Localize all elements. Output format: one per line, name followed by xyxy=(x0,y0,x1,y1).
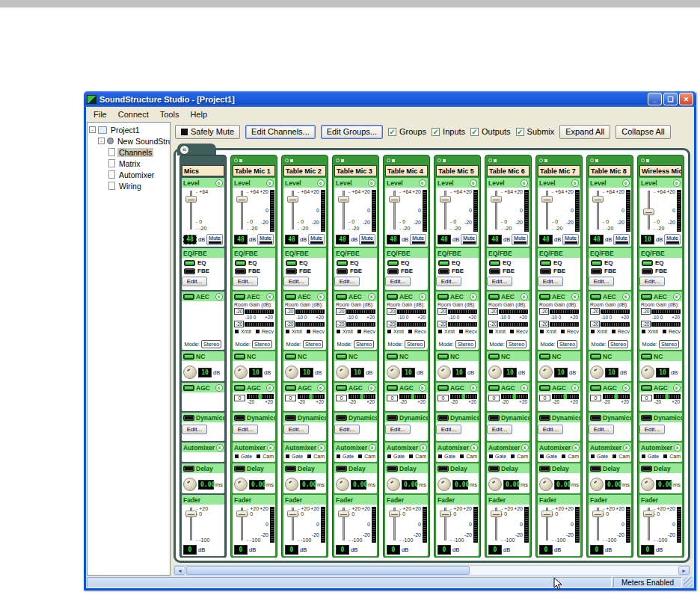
checkbox-checked-icon[interactable]: ✓ xyxy=(516,128,524,136)
aec-mode-select[interactable]: Stereo xyxy=(201,340,222,348)
nc-led-icon[interactable] xyxy=(183,354,194,360)
chevron-down-icon[interactable]: « xyxy=(622,293,630,300)
dynamics-led-icon[interactable] xyxy=(590,415,601,421)
tree-item-device[interactable]: - New SoundStructure xyxy=(89,135,170,147)
eq-led-icon[interactable] xyxy=(540,260,551,266)
aec-led-icon[interactable] xyxy=(539,294,550,300)
strip-header[interactable] xyxy=(639,155,682,164)
scroll-right-icon[interactable]: ► xyxy=(678,566,690,575)
mute-button[interactable]: Mute xyxy=(461,234,477,245)
collapse-group-icon[interactable]: « xyxy=(179,145,189,155)
delay-led-icon[interactable] xyxy=(539,466,550,472)
chevron-down-icon[interactable]: « xyxy=(470,179,477,187)
nc-knob[interactable] xyxy=(590,366,604,379)
fbe-toggle[interactable]: FBE xyxy=(283,266,326,274)
agc-led-icon[interactable] xyxy=(387,385,398,391)
fbe-toggle[interactable]: FBE xyxy=(639,266,682,274)
fbe-led-icon[interactable] xyxy=(489,268,500,274)
mute-button[interactable]: Mute xyxy=(410,234,426,245)
dynamics-edit-button[interactable]: Edit... xyxy=(538,425,563,434)
fbe-toggle[interactable]: FBE xyxy=(487,266,529,274)
chevron-down-icon[interactable]: « xyxy=(521,293,528,300)
delay-knob[interactable] xyxy=(539,478,553,491)
fbe-led-icon[interactable] xyxy=(235,268,246,274)
checkbox-checked-icon[interactable]: ✓ xyxy=(388,128,396,136)
scrollbar-thumb[interactable] xyxy=(186,566,470,575)
channel-name[interactable]: Table Mic 8 xyxy=(589,165,631,176)
fbe-toggle[interactable]: FBE xyxy=(436,266,479,274)
delay-led-icon[interactable] xyxy=(488,466,500,472)
dynamics-led-icon[interactable] xyxy=(387,415,398,421)
eq-toggle[interactable]: EQ xyxy=(436,258,479,266)
inputs-checkbox[interactable]: ✓ Inputs xyxy=(432,127,465,136)
chevron-down-icon[interactable]: « xyxy=(368,293,375,300)
dynamics-edit-button[interactable]: Edit... xyxy=(589,425,614,434)
dynamics-edit-button[interactable]: Edit... xyxy=(182,425,207,434)
agc-led-icon[interactable] xyxy=(285,385,296,391)
agc-led-icon[interactable] xyxy=(641,385,652,391)
mute-button[interactable]: Mute xyxy=(512,234,528,245)
dynamics-edit-button[interactable]: Edit... xyxy=(487,425,512,434)
delay-knob[interactable] xyxy=(183,478,197,491)
chevron-down-icon[interactable]: « xyxy=(623,444,630,451)
fader-handle[interactable] xyxy=(185,511,197,517)
eq-toggle[interactable]: EQ xyxy=(589,258,631,266)
eq-led-icon[interactable] xyxy=(235,260,246,266)
strip-header[interactable] xyxy=(538,155,580,164)
dynamics-edit-button[interactable]: Edit... xyxy=(436,425,461,434)
chevron-down-icon[interactable]: « xyxy=(470,293,477,300)
delay-led-icon[interactable] xyxy=(183,466,194,472)
nc-knob[interactable] xyxy=(488,366,502,379)
nc-led-icon[interactable] xyxy=(336,354,347,360)
nc-led-icon[interactable] xyxy=(438,354,449,360)
nc-led-icon[interactable] xyxy=(285,354,296,360)
edit-groups-button[interactable]: Edit Groups... xyxy=(321,125,383,139)
delay-knob[interactable] xyxy=(285,478,298,491)
collapse-expander-icon[interactable]: - xyxy=(89,126,96,133)
level-fader-handle[interactable] xyxy=(643,209,654,215)
strip-header[interactable] xyxy=(283,155,326,164)
chevron-down-icon[interactable]: « xyxy=(470,444,478,451)
dynamics-led-icon[interactable] xyxy=(234,415,245,421)
dynamics-edit-button[interactable]: Edit... xyxy=(639,425,665,434)
delay-knob[interactable] xyxy=(234,478,248,491)
aec-mode-select[interactable]: Stereo xyxy=(659,340,680,348)
aec-mode-select[interactable]: Stereo xyxy=(455,340,476,348)
dynamics-led-icon[interactable] xyxy=(183,415,194,421)
chevron-down-icon[interactable]: « xyxy=(521,444,529,451)
delay-knob[interactable] xyxy=(641,478,654,491)
aec-mode-select[interactable]: Stereo xyxy=(506,340,527,348)
tree-item-matrix[interactable]: Matrix xyxy=(89,158,170,169)
level-fader-handle[interactable] xyxy=(440,196,451,203)
eq-toggle[interactable]: EQ xyxy=(233,258,275,266)
chevron-down-icon[interactable]: « xyxy=(318,444,325,451)
level-fader-handle[interactable] xyxy=(287,196,298,203)
aec-led-icon[interactable] xyxy=(387,294,398,300)
fader-handle[interactable] xyxy=(592,511,604,517)
strip-header[interactable] xyxy=(233,155,275,164)
nc-knob[interactable] xyxy=(438,366,451,379)
chevron-down-icon[interactable]: « xyxy=(470,384,477,392)
nc-led-icon[interactable] xyxy=(488,354,500,360)
safely-mute-button[interactable]: Safely Mute xyxy=(175,125,240,139)
dynamics-led-icon[interactable] xyxy=(336,415,347,421)
title-bar[interactable]: SoundStructure Studio - [Project1] _ ❏ ✕ xyxy=(84,91,696,107)
delay-knob[interactable] xyxy=(488,478,502,491)
aec-mode-select[interactable]: Stereo xyxy=(354,340,375,348)
eq-led-icon[interactable] xyxy=(286,260,297,266)
fbe-led-icon[interactable] xyxy=(387,268,399,274)
fbe-toggle[interactable]: FBE xyxy=(538,266,580,274)
aec-mode-select[interactable]: Stereo xyxy=(252,340,273,348)
agc-led-icon[interactable] xyxy=(438,385,449,391)
strip-header[interactable] xyxy=(589,155,631,164)
delay-led-icon[interactable] xyxy=(336,466,347,472)
tree-item-channels[interactable]: Channels xyxy=(89,147,170,158)
fbe-led-icon[interactable] xyxy=(642,268,653,274)
chevron-down-icon[interactable]: « xyxy=(673,179,681,187)
nc-led-icon[interactable] xyxy=(590,354,601,360)
fader-handle[interactable] xyxy=(236,511,248,517)
chevron-down-icon[interactable]: « xyxy=(419,293,426,300)
chevron-down-icon[interactable]: « xyxy=(266,384,274,392)
agc-led-icon[interactable] xyxy=(590,385,601,391)
eq-toggle[interactable]: EQ xyxy=(385,258,428,266)
